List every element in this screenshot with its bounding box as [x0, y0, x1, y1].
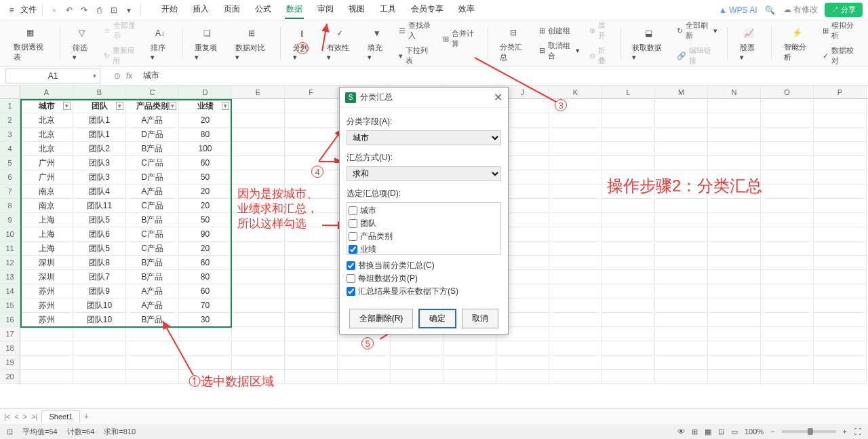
cell[interactable] [814, 313, 867, 327]
next-sheet-icon[interactable]: > [23, 413, 27, 421]
cell[interactable] [602, 213, 655, 227]
cell[interactable] [708, 199, 761, 213]
cell[interactable] [20, 356, 73, 370]
cell[interactable]: 南京 [20, 199, 73, 213]
cell[interactable] [814, 327, 867, 341]
cell[interactable]: 南京 [20, 185, 73, 199]
cell[interactable]: 70 [179, 299, 232, 313]
cell[interactable]: 团队3 [73, 170, 126, 185]
col-header[interactable]: E [232, 85, 285, 98]
cell[interactable] [814, 113, 867, 128]
cell[interactable]: 城市 [20, 99, 73, 113]
tab-会员专享[interactable]: 会员专享 [410, 1, 445, 19]
cell[interactable]: 广州 [20, 170, 73, 185]
cell[interactable] [549, 242, 602, 256]
cell[interactable] [761, 99, 814, 113]
row-header[interactable]: 18 [0, 341, 20, 356]
zoom-in-icon[interactable]: + [843, 427, 847, 436]
cell[interactable] [232, 341, 285, 356]
cell[interactable] [708, 242, 761, 256]
cell[interactable] [232, 327, 285, 341]
cell[interactable] [708, 156, 761, 170]
cell[interactable] [708, 270, 761, 284]
cell[interactable] [814, 170, 867, 185]
cell[interactable] [232, 299, 285, 313]
cell[interactable] [391, 370, 443, 384]
below-check[interactable]: 汇总结果显示在数据下方(S) [347, 285, 501, 298]
item-check[interactable]: 团队 [349, 217, 499, 230]
cell[interactable] [285, 299, 338, 313]
cell[interactable] [708, 142, 761, 156]
col-header[interactable]: N [708, 85, 761, 98]
search-icon[interactable]: 🔍 [764, 4, 776, 16]
cell[interactable] [549, 356, 602, 370]
page-check[interactable]: 每组数据分页(P) [347, 272, 501, 285]
cell[interactable] [814, 156, 867, 170]
cell[interactable]: 北京 [20, 128, 73, 142]
item-check[interactable]: 城市 [349, 204, 499, 217]
cell[interactable] [232, 113, 285, 128]
cell[interactable] [602, 128, 655, 142]
cell[interactable] [761, 199, 814, 213]
cell[interactable] [655, 185, 708, 199]
cell[interactable] [708, 170, 761, 185]
cell[interactable]: 苏州 [20, 284, 73, 299]
cell[interactable]: D产品 [126, 170, 179, 185]
cell[interactable]: 产品类别 [126, 99, 179, 113]
cell[interactable] [761, 270, 814, 284]
cell[interactable] [285, 370, 338, 384]
cell[interactable] [232, 185, 285, 199]
ok-button[interactable]: 确定 [418, 309, 456, 328]
cell[interactable] [285, 341, 338, 356]
cell[interactable] [126, 370, 179, 384]
deleteall-button[interactable]: 全部删除(R) [349, 309, 414, 328]
cell[interactable] [549, 156, 602, 170]
cell[interactable]: 深圳 [20, 270, 73, 284]
cell[interactable] [655, 327, 708, 341]
cell[interactable] [708, 185, 761, 199]
cell[interactable]: 90 [179, 227, 232, 242]
cell[interactable] [73, 370, 126, 384]
cell[interactable] [708, 213, 761, 227]
cell[interactable] [761, 284, 814, 299]
field-select[interactable]: 城市 [347, 130, 501, 145]
row-header[interactable]: 6 [0, 170, 20, 185]
cell[interactable] [179, 327, 232, 341]
filter-button[interactable]: ▽筛选 ▾ [67, 25, 97, 62]
cell[interactable]: 上海 [20, 227, 73, 242]
cell[interactable] [285, 185, 338, 199]
cell[interactable] [285, 199, 338, 213]
cell[interactable] [285, 256, 338, 270]
cell[interactable]: 团队11 [73, 199, 126, 213]
findrec-button[interactable]: ☰ 查找录入 [396, 19, 437, 42]
cell[interactable] [814, 370, 867, 384]
group-button[interactable]: ⊞ 创建组 [536, 24, 583, 37]
cell[interactable] [708, 113, 761, 128]
cell[interactable] [232, 227, 285, 242]
tab-插入[interactable]: 插入 [191, 1, 210, 19]
cell[interactable] [655, 299, 708, 313]
cell[interactable]: 50 [179, 170, 232, 185]
formula-input[interactable]: 城市 [143, 70, 159, 81]
cell[interactable] [761, 327, 814, 341]
col-header[interactable]: B [73, 85, 126, 98]
name-box[interactable]: A1 [5, 69, 100, 83]
col-header[interactable]: L [602, 85, 655, 98]
prev-sheet-icon[interactable]: < [14, 413, 18, 421]
cell[interactable] [549, 270, 602, 284]
cell[interactable] [761, 299, 814, 313]
cell[interactable]: B产品 [126, 313, 179, 327]
cell[interactable] [285, 327, 338, 341]
print-icon[interactable]: ⎙ [93, 4, 105, 16]
cell[interactable] [602, 341, 655, 356]
cell[interactable] [708, 313, 761, 327]
col-header[interactable]: O [761, 85, 814, 98]
cell[interactable] [443, 341, 496, 356]
cell[interactable] [708, 284, 761, 299]
split-button[interactable]: ⫿分列 ▾ [288, 25, 317, 62]
replace-check[interactable]: 替换当前分类汇总(C) [347, 259, 501, 272]
cell[interactable] [232, 370, 285, 384]
cell[interactable] [761, 341, 814, 356]
redo-icon[interactable]: ↷ [78, 4, 90, 16]
cell[interactable] [549, 341, 602, 356]
